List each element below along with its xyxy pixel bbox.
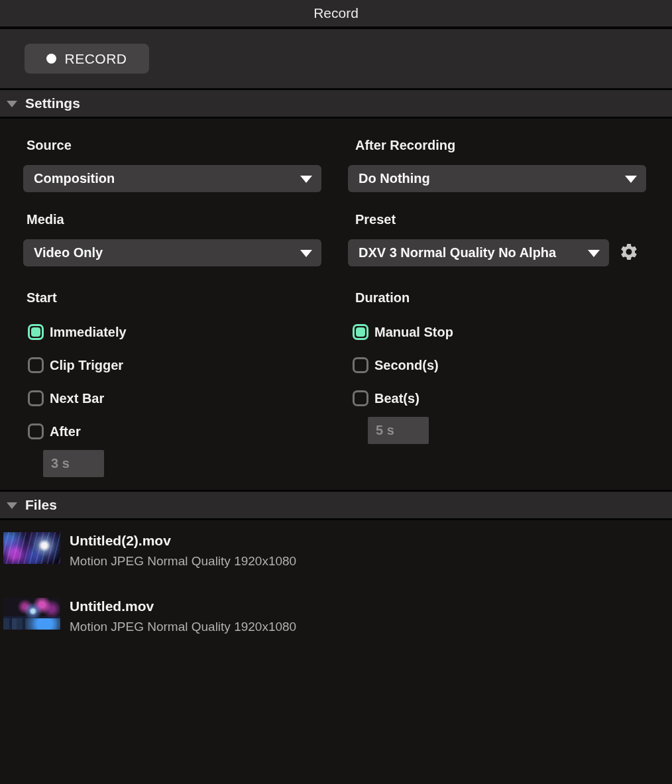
chevron-down-icon [7,502,17,509]
chevron-down-icon [7,101,17,107]
duration-label: Duration [355,290,410,306]
duration-option-beats[interactable]: Beat(s) [353,390,420,406]
source-label: Source [27,137,72,153]
file-info: Motion JPEG Normal Quality 1920x1080 [70,553,296,569]
checkbox-unchecked[interactable] [353,357,368,373]
file-row[interactable]: Untitled(2).mov Motion JPEG Normal Quali… [3,532,665,569]
file-thumbnail [3,598,60,630]
duration-value-input[interactable]: 5 s [368,417,429,444]
checkbox-unchecked[interactable] [28,357,44,373]
after-recording-value: Do Nothing [359,171,430,186]
media-value: Video Only [34,245,103,260]
dropdown-arrow-icon [625,176,637,183]
files-list: Untitled(2).mov Motion JPEG Normal Quali… [0,520,672,784]
media-dropdown[interactable]: Video Only [23,239,321,266]
preset-value: DXV 3 Normal Quality No Alpha [359,245,556,260]
after-seconds-input[interactable]: 3 s [43,450,104,477]
duration-option-manual-stop[interactable]: Manual Stop [353,324,453,340]
checkbox-unchecked[interactable] [28,423,44,439]
source-value: Composition [34,171,115,186]
start-option-immediately[interactable]: Immediately [28,324,127,340]
files-header-label: Files [25,497,57,513]
gear-icon [619,242,639,262]
record-toolbar: RECORD [0,29,672,90]
checkbox-checked[interactable] [353,324,368,340]
start-option-next-bar[interactable]: Next Bar [28,390,104,406]
dropdown-arrow-icon [300,250,312,257]
preset-dropdown[interactable]: DXV 3 Normal Quality No Alpha [348,239,609,266]
file-name: Untitled(2).mov [70,532,296,549]
settings-section-header[interactable]: Settings [0,90,672,119]
record-button-label: RECORD [64,51,127,67]
source-dropdown[interactable]: Composition [23,165,321,192]
preset-label: Preset [355,211,396,227]
duration-option-seconds[interactable]: Second(s) [353,357,439,373]
file-info: Motion JPEG Normal Quality 1920x1080 [70,619,296,635]
checkbox-unchecked[interactable] [353,390,368,406]
record-dot-icon [46,54,56,64]
checkbox-checked[interactable] [28,324,44,340]
settings-body: Source Composition After Recording Do No… [0,119,672,490]
file-row[interactable]: Untitled.mov Motion JPEG Normal Quality … [3,598,665,635]
start-option-clip-trigger[interactable]: Clip Trigger [28,357,123,373]
files-section-header[interactable]: Files [0,490,672,520]
panel-title: Record [313,5,359,21]
start-option-after[interactable]: After [28,423,81,439]
settings-header-label: Settings [25,95,80,111]
start-label: Start [27,290,57,306]
dropdown-arrow-icon [588,250,600,257]
dropdown-arrow-icon [300,176,312,183]
checkbox-unchecked[interactable] [28,390,44,406]
record-button[interactable]: RECORD [25,44,149,74]
after-recording-label: After Recording [355,137,455,153]
title-bar: Record [0,0,672,29]
media-label: Media [27,211,64,227]
file-thumbnail [3,532,60,564]
file-name: Untitled.mov [70,598,296,615]
preset-settings-button[interactable] [619,242,639,262]
file-meta: Untitled.mov Motion JPEG Normal Quality … [70,598,296,635]
file-meta: Untitled(2).mov Motion JPEG Normal Quali… [70,532,296,569]
record-panel: Record RECORD Settings Source Compositio… [0,0,672,784]
after-recording-dropdown[interactable]: Do Nothing [348,165,646,192]
